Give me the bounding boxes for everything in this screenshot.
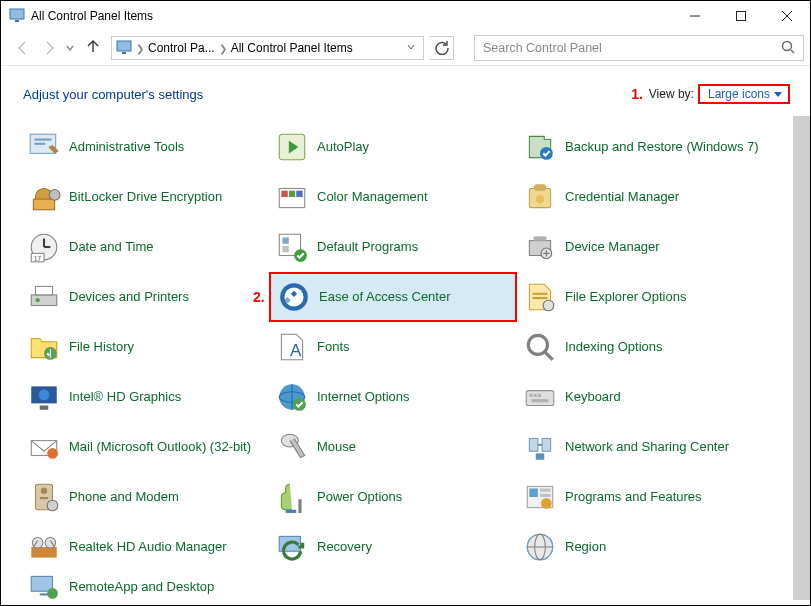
- item-icon: [27, 280, 61, 314]
- svg-rect-3: [737, 12, 746, 21]
- scrollbar[interactable]: [793, 116, 810, 600]
- svg-rect-22: [296, 191, 302, 197]
- item-label: Ease of Access Center: [319, 289, 451, 305]
- item-icon: [275, 480, 309, 514]
- item-icon: A: [275, 330, 309, 364]
- control-panel-item[interactable]: RemoteApp and Desktop: [21, 572, 269, 600]
- control-panel-item[interactable]: Color Management: [269, 172, 517, 222]
- control-panel-item[interactable]: Intel® HD Graphics: [21, 372, 269, 422]
- svg-rect-12: [34, 139, 51, 141]
- control-panel-item[interactable]: Keyboard: [517, 372, 765, 422]
- item-label: AutoPlay: [317, 139, 369, 155]
- minimize-button[interactable]: [672, 1, 718, 31]
- svg-rect-13: [34, 143, 45, 145]
- item-icon: [523, 330, 557, 364]
- forward-button[interactable]: [39, 38, 59, 58]
- control-panel-item[interactable]: 17Date and Time: [21, 222, 269, 272]
- svg-rect-17: [33, 199, 54, 210]
- item-icon: [27, 330, 61, 364]
- address-dropdown[interactable]: [403, 41, 419, 55]
- breadcrumb-part1[interactable]: Control Pa...: [148, 41, 215, 55]
- control-panel-item[interactable]: File History: [21, 322, 269, 372]
- svg-rect-32: [282, 237, 288, 243]
- item-label: Network and Sharing Center: [565, 439, 729, 455]
- svg-line-10: [791, 50, 794, 53]
- svg-rect-76: [298, 499, 301, 513]
- back-button[interactable]: [13, 38, 33, 58]
- svg-rect-73: [40, 497, 49, 499]
- control-panel-item[interactable]: BitLocker Drive Encryption: [21, 172, 269, 222]
- item-label: Date and Time: [69, 239, 154, 255]
- titlebar: All Control Panel Items: [1, 1, 810, 31]
- svg-rect-20: [281, 191, 287, 197]
- control-panel-item[interactable]: Region: [517, 522, 765, 572]
- control-panel-item[interactable]: Phone and Modem: [21, 472, 269, 522]
- item-label: Keyboard: [565, 389, 621, 405]
- svg-text:A: A: [290, 341, 302, 360]
- view-by-value: Large icons: [708, 87, 770, 101]
- control-panel-item[interactable]: File Explorer Options: [517, 272, 765, 322]
- control-panel-item[interactable]: Internet Options: [269, 372, 517, 422]
- svg-point-9: [783, 41, 792, 50]
- control-panel-item[interactable]: Backup and Restore (Windows 7): [517, 122, 765, 172]
- control-panel-item[interactable]: AutoPlay: [269, 122, 517, 172]
- svg-rect-0: [10, 9, 24, 19]
- item-icon: [523, 530, 557, 564]
- control-panel-item[interactable]: Indexing Options: [517, 322, 765, 372]
- svg-rect-63: [532, 399, 549, 402]
- control-panel-item[interactable]: AFonts: [269, 322, 517, 372]
- breadcrumb-part2[interactable]: All Control Panel Items: [231, 41, 353, 55]
- item-label: BitLocker Drive Encryption: [69, 189, 222, 205]
- control-panel-item[interactable]: Power Options: [269, 472, 517, 522]
- svg-rect-91: [40, 593, 49, 595]
- control-panel-item[interactable]: Default Programs: [269, 222, 517, 272]
- svg-point-18: [49, 190, 60, 201]
- control-panel-item[interactable]: Network and Sharing Center: [517, 422, 765, 472]
- control-panel-item[interactable]: Mail (Microsoft Outlook) (32-bit): [21, 422, 269, 472]
- item-label: Indexing Options: [565, 339, 663, 355]
- svg-rect-21: [289, 191, 295, 197]
- svg-rect-7: [117, 41, 131, 51]
- control-panel-item[interactable]: Device Manager: [517, 222, 765, 272]
- svg-rect-36: [534, 236, 547, 240]
- item-icon: [275, 530, 309, 564]
- item-icon: [27, 380, 61, 414]
- up-button[interactable]: [85, 38, 105, 58]
- refresh-button[interactable]: [430, 36, 454, 60]
- annotation-1: 1.: [631, 86, 643, 102]
- view-by-dropdown[interactable]: Large icons: [698, 84, 790, 104]
- control-panel-item[interactable]: Ease of Access Center2.: [269, 272, 517, 322]
- item-icon: [523, 230, 557, 264]
- close-button[interactable]: [764, 1, 810, 31]
- svg-text:17: 17: [34, 255, 42, 262]
- scrollbar-thumb[interactable]: [793, 116, 810, 600]
- svg-rect-79: [540, 489, 551, 492]
- svg-rect-90: [31, 576, 52, 591]
- history-dropdown[interactable]: [65, 39, 79, 57]
- search-input[interactable]: Search Control Panel: [474, 35, 804, 61]
- svg-point-65: [47, 448, 58, 459]
- item-label: Realtek HD Audio Manager: [69, 539, 227, 555]
- item-label: Programs and Features: [565, 489, 702, 505]
- item-label: Devices and Printers: [69, 289, 189, 305]
- control-panel-item[interactable]: Administrative Tools: [21, 122, 269, 172]
- control-panel-item[interactable]: Devices and Printers: [21, 272, 269, 322]
- item-label: Fonts: [317, 339, 350, 355]
- item-icon: [523, 280, 557, 314]
- item-label: Mail (Microsoft Outlook) (32-bit): [69, 439, 251, 455]
- maximize-button[interactable]: [718, 1, 764, 31]
- item-icon: [27, 130, 61, 164]
- svg-rect-33: [282, 246, 288, 252]
- item-label: File Explorer Options: [565, 289, 686, 305]
- control-panel-item[interactable]: Mouse: [269, 422, 517, 472]
- item-label: File History: [69, 339, 134, 355]
- control-panel-item[interactable]: Credential Manager: [517, 172, 765, 222]
- control-panel-item[interactable]: Realtek HD Audio Manager: [21, 522, 269, 572]
- item-label: Recovery: [317, 539, 372, 555]
- item-icon: [275, 130, 309, 164]
- address-bar[interactable]: ❯ Control Pa... ❯ All Control Panel Item…: [111, 36, 424, 60]
- control-panel-item[interactable]: Recovery: [269, 522, 517, 572]
- item-icon: [523, 180, 557, 214]
- control-panel-item[interactable]: Programs and Features: [517, 472, 765, 522]
- content-area: Administrative ToolsAutoPlayBackup and R…: [1, 116, 810, 600]
